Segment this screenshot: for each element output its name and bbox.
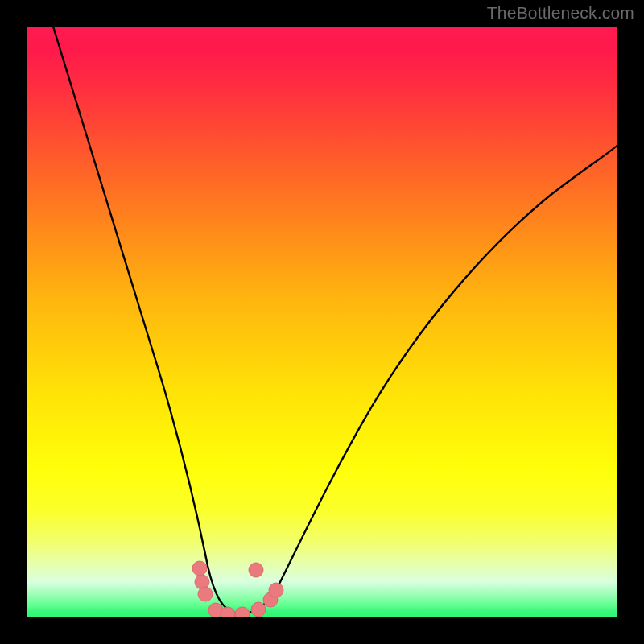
- data-marker: [251, 602, 266, 617]
- watermark-text: TheBottleneck.com: [487, 3, 634, 23]
- data-marker: [198, 587, 213, 601]
- data-marker: [249, 563, 263, 577]
- marker-group: [192, 561, 283, 617]
- data-marker: [221, 607, 235, 617]
- data-marker: [235, 607, 250, 617]
- curve-path: [53, 27, 617, 613]
- data-marker: [269, 583, 283, 597]
- bottleneck-curve: [27, 27, 617, 617]
- outer-frame: TheBottleneck.com: [0, 0, 644, 644]
- data-marker: [192, 561, 207, 576]
- plot-area: [27, 27, 617, 617]
